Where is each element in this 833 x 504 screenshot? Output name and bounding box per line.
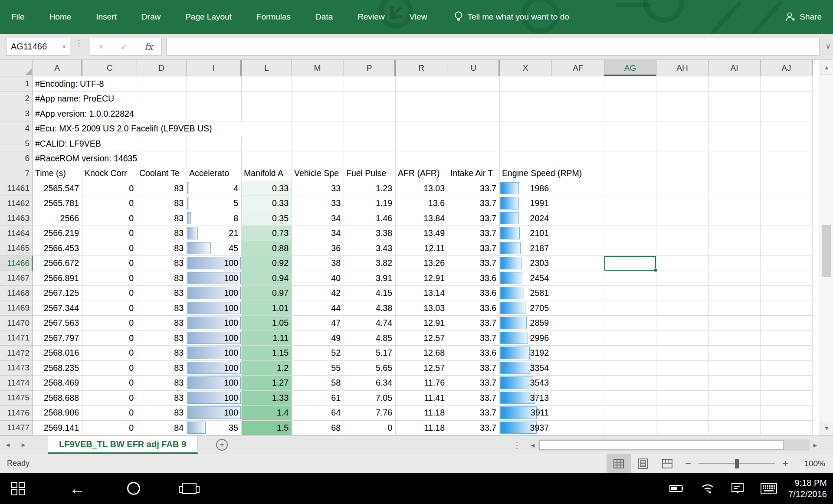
cell-M5[interactable] (292, 136, 344, 151)
cell-AI11465[interactable] (708, 241, 761, 256)
cell-AF11475[interactable] (552, 391, 604, 406)
cell-AF11464[interactable] (552, 226, 604, 241)
zoom-out-icon[interactable]: − (679, 458, 697, 470)
name-box[interactable]: AG11466 ▾ (6, 38, 70, 56)
cell-AG11470[interactable] (604, 316, 656, 331)
cell-I11463[interactable]: 8 (187, 211, 242, 226)
cell-AJ11461[interactable] (761, 181, 813, 196)
row-header-11472[interactable]: 11472 (0, 346, 33, 361)
cell-AF11469[interactable] (552, 301, 604, 316)
cell-D1[interactable] (137, 76, 187, 92)
page-break-view-button[interactable] (655, 454, 679, 473)
row-header-1[interactable]: 1 (0, 76, 33, 92)
cell-AI3[interactable] (708, 106, 761, 121)
cell-P4[interactable] (344, 121, 396, 137)
cell-C11463[interactable]: 0 (82, 211, 137, 226)
cell-M11468[interactable]: 42 (292, 286, 344, 301)
column-header-P[interactable]: P (344, 60, 396, 76)
cell-P6[interactable] (344, 151, 396, 167)
cell-U11464[interactable]: 33.7 (448, 226, 500, 241)
cell-P5[interactable] (344, 136, 396, 151)
cell-X5[interactable] (500, 136, 552, 151)
cell-A11470[interactable]: 2567.563 (33, 316, 82, 331)
cell-AH11474[interactable] (656, 376, 708, 391)
cell-AH11471[interactable] (656, 331, 708, 346)
cell-C11465[interactable]: 0 (82, 241, 137, 256)
cell-C11461[interactable]: 0 (82, 181, 137, 196)
cell-R5[interactable] (396, 136, 448, 151)
column-header-M[interactable]: M (292, 60, 344, 76)
cell-AJ2[interactable] (761, 92, 813, 107)
column-header-I[interactable]: I (187, 60, 242, 76)
cell-R7[interactable]: AFR (AFR) (396, 166, 448, 181)
cell-A11466[interactable]: 2566.672 (33, 256, 82, 271)
cell-AG11471[interactable] (604, 331, 656, 346)
cell-AG11464[interactable] (604, 226, 656, 241)
cell-AJ11464[interactable] (761, 226, 813, 241)
cell-I2[interactable] (187, 92, 242, 107)
cell-M11467[interactable]: 40 (292, 271, 344, 286)
cell-L4[interactable] (242, 121, 292, 137)
cell-AI6[interactable] (708, 151, 761, 167)
cell-A11467[interactable]: 2566.891 (33, 271, 82, 286)
cell-AG11474[interactable] (604, 376, 656, 391)
cell-M2[interactable] (292, 92, 344, 107)
cell-U11477[interactable]: 33.7 (448, 421, 500, 436)
cell-D11476[interactable]: 83 (137, 406, 187, 421)
zoom-level[interactable]: 100% (794, 459, 825, 468)
cell-AF11470[interactable] (552, 316, 604, 331)
cell-L11469[interactable]: 1.01 (242, 301, 292, 316)
cell-L11472[interactable]: 1.15 (242, 346, 292, 361)
cell-P11465[interactable]: 3.43 (344, 241, 396, 256)
cell-A11468[interactable]: 2567.125 (33, 286, 82, 301)
cell-R1[interactable] (396, 76, 448, 92)
cell-AH11476[interactable] (656, 406, 708, 421)
row-header-4[interactable]: 4 (0, 121, 33, 137)
cell-D11463[interactable]: 83 (137, 211, 187, 226)
cell-L11474[interactable]: 1.27 (242, 376, 292, 391)
cell-AH11463[interactable] (656, 211, 708, 226)
cell-P11474[interactable]: 6.34 (344, 376, 396, 391)
row-header-3[interactable]: 3 (0, 106, 33, 121)
cell-AH11461[interactable] (656, 181, 708, 196)
cell-L11465[interactable]: 0.88 (242, 241, 292, 256)
cell-AJ11472[interactable] (761, 346, 813, 361)
task-view-icon[interactable] (182, 483, 197, 494)
cell-AI11469[interactable] (708, 301, 761, 316)
ribbon-tab-view[interactable]: View (410, 12, 427, 22)
cell-C11476[interactable]: 0 (82, 406, 137, 421)
cell-D11462[interactable]: 83 (137, 196, 187, 211)
cell-X11469[interactable]: 2705 (500, 301, 552, 316)
cell-M11475[interactable]: 61 (292, 391, 344, 406)
row-header-11462[interactable]: 11462 (0, 196, 33, 211)
sheet-nav-left-icon[interactable]: ◂ (0, 436, 16, 454)
cell-I5[interactable] (187, 136, 242, 151)
cell-U5[interactable] (448, 136, 500, 151)
cell-A11464[interactable]: 2566.219 (33, 226, 82, 241)
column-header-AF[interactable]: AF (552, 60, 604, 76)
cell-I11470[interactable]: 100 (187, 316, 242, 331)
row-header-11469[interactable]: 11469 (0, 301, 33, 316)
cell-AG11469[interactable] (604, 301, 656, 316)
column-header-AG[interactable]: AG (604, 60, 656, 76)
cell-X1[interactable] (500, 76, 552, 92)
cell-A11461[interactable]: 2565.547 (33, 181, 82, 196)
cell-D11473[interactable]: 83 (137, 361, 187, 376)
cell-AI7[interactable] (708, 166, 761, 181)
share-button[interactable]: Share (784, 11, 822, 23)
cell-P1[interactable] (344, 76, 396, 92)
cell-L11473[interactable]: 1.2 (242, 361, 292, 376)
cell-D11477[interactable]: 84 (137, 421, 187, 436)
row-header-11464[interactable]: 11464 (0, 226, 33, 241)
cell-AH11466[interactable] (656, 256, 708, 271)
cell-AF11462[interactable] (552, 196, 604, 211)
column-header-A[interactable]: A (33, 60, 82, 76)
cell-U11472[interactable]: 33.6 (448, 346, 500, 361)
sheet-nav-right-icon[interactable]: ▸ (16, 436, 31, 454)
cell-D11466[interactable]: 83 (137, 256, 187, 271)
row-header-11473[interactable]: 11473 (0, 361, 33, 376)
cell-X11468[interactable]: 2581 (500, 286, 552, 301)
cell-AJ1[interactable] (761, 76, 813, 92)
enter-icon[interactable]: ✓ (121, 42, 128, 52)
cell-AJ11470[interactable] (761, 316, 813, 331)
